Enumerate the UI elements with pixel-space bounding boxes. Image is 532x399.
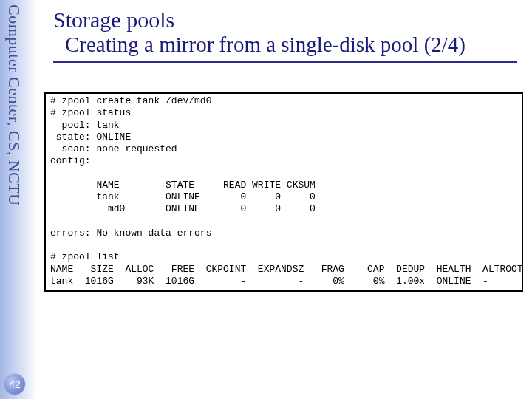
list-row-tank: tank 1016G 93K 1016G - - 0% 0% 1.00x ONL… — [50, 276, 488, 287]
config-row-md0: md0 ONLINE 0 0 0 — [50, 203, 316, 214]
terminal-output: # zpool create tank /dev/md0 # zpool sta… — [44, 92, 523, 292]
list-header: NAME SIZE ALLOC FREE CKPOINT EXPANDSZ FR… — [50, 264, 523, 275]
title-line-1: Storage pools — [53, 7, 517, 33]
cmd-status: # zpool status — [50, 107, 131, 118]
cmd-create: # zpool create tank /dev/md0 — [50, 95, 211, 106]
cmd-list: # zpool list — [50, 251, 120, 262]
title-line-2: Creating a mirror from a single-disk poo… — [53, 33, 517, 63]
status-scan: scan: none requested — [50, 143, 177, 154]
org-vertical-label: Computer Center, CS, NCTU — [4, 4, 24, 206]
org-label-text: Computer Center, CS, NCTU — [5, 4, 24, 206]
slide: Computer Center, CS, NCTU Storage pools … — [0, 0, 532, 399]
status-config: config: — [50, 155, 91, 166]
config-row-tank: tank ONLINE 0 0 0 — [50, 191, 316, 202]
status-pool: pool: tank — [50, 120, 120, 131]
page-number-badge: 42 — [4, 374, 25, 395]
title-block: Storage pools Creating a mirror from a s… — [53, 7, 517, 63]
status-state: state: ONLINE — [50, 132, 131, 143]
page-number: 42 — [9, 378, 21, 390]
config-header: NAME STATE READ WRITE CKSUM — [50, 180, 316, 191]
errors-line: errors: No known data errors — [50, 228, 211, 239]
